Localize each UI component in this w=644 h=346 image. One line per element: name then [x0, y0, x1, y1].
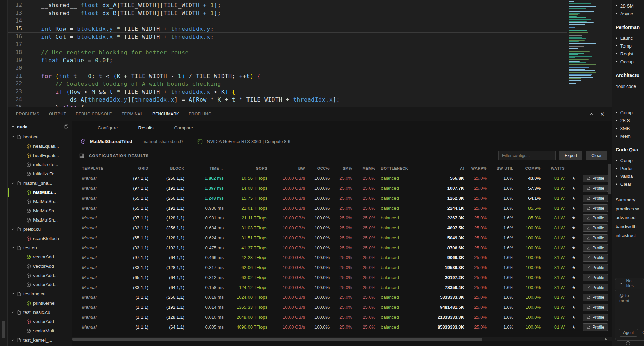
favorite-star[interactable]: ★: [572, 255, 576, 260]
favorite-star[interactable]: ★: [572, 324, 576, 330]
favorite-star[interactable]: ★: [572, 205, 576, 211]
favorite-star[interactable]: ★: [572, 275, 576, 280]
sidebar-root[interactable]: cuda: [8, 121, 72, 132]
clear-button[interactable]: Clear: [586, 151, 607, 160]
tree-item-clipped[interactable]: [8, 345, 72, 346]
strip-scroll-thumb[interactable]: [2, 321, 5, 338]
column-header-sm[interactable]: SM%: [332, 166, 354, 170]
tree-item-scanblelloch[interactable]: scanBlelloch: [8, 234, 72, 243]
profile-button[interactable]: Profile: [583, 244, 608, 252]
tree-item-matmulsh-[interactable]: MatMulSh...: [8, 206, 72, 215]
vertical-scrollbar[interactable]: [608, 164, 611, 194]
panel-tab-benchmark[interactable]: BENCHMARK: [148, 107, 184, 121]
profile-button[interactable]: Profile: [583, 234, 608, 242]
tree-item-heatequati-[interactable]: heatEquati...: [8, 151, 72, 160]
profile-button[interactable]: Profile: [583, 304, 608, 311]
code-line[interactable]: 24 ds_A[threadIdx.y][threadIdx.x] = A[Ro…: [8, 96, 567, 104]
profile-button[interactable]: Profile: [583, 274, 608, 281]
favorite-star[interactable]: ★: [572, 235, 576, 240]
profile-button[interactable]: Profile: [583, 323, 608, 331]
favorite-star[interactable]: ★: [572, 186, 576, 191]
tree-item-vectoradd[interactable]: vectorAdd: [8, 252, 72, 262]
favorite-star[interactable]: ★: [572, 176, 576, 181]
subtab-configure[interactable]: Configure: [89, 121, 127, 135]
column-header-mem[interactable]: MEM%: [354, 166, 377, 170]
tree-item-matmulsh-[interactable]: MatMulSh...: [8, 215, 72, 225]
profile-button[interactable]: Profile: [583, 214, 608, 222]
tree-item-matmulsh-[interactable]: MatMulSh...: [8, 197, 72, 206]
code-line[interactable]: 15 int Row = blockIdx.y * TILE_WIDTH + t…: [8, 25, 567, 33]
column-header-grid[interactable]: GRID: [116, 166, 150, 170]
profile-button[interactable]: Profile: [583, 175, 608, 182]
profile-button[interactable]: Profile: [583, 195, 608, 202]
column-header-template[interactable]: TEMPLATE: [79, 166, 116, 170]
tree-item-test-cu[interactable]: test.cu: [8, 243, 72, 252]
profile-button[interactable]: Profile: [583, 204, 608, 212]
column-header-ai[interactable]: AI: [418, 166, 466, 170]
agent-mode-selector[interactable]: Agent: [619, 329, 638, 337]
chat-input[interactable]: @ to ment Agent Cla: [615, 289, 644, 341]
tree-item-matmuls-[interactable]: MatMulS...: [8, 188, 72, 197]
profile-button[interactable]: Profile: [583, 284, 608, 291]
code-editor[interactable]: 12 __shared__ float ds_A[TILE_WIDTH][TIL…: [8, 0, 612, 107]
export-button[interactable]: Export: [559, 151, 582, 160]
profile-button[interactable]: Profile: [583, 294, 608, 301]
code-line[interactable]: 21 for (int t = 0; t < (K + TILE_WIDTH -…: [8, 72, 567, 80]
close-panel-icon[interactable]: ✕: [600, 111, 604, 117]
panel-tab-terminal[interactable]: TERMINAL: [117, 107, 148, 121]
column-header-gops[interactable]: GOPS: [226, 166, 269, 170]
favorite-star[interactable]: ★: [572, 245, 576, 250]
horizontal-scroll-thumb[interactable]: [72, 338, 482, 341]
editor-layout-icon[interactable]: [64, 124, 69, 129]
chevron-up-icon[interactable]: [589, 111, 594, 116]
tree-item-heat-cu[interactable]: heat.cu: [8, 132, 72, 142]
model-selector[interactable]: Cla: [642, 330, 644, 335]
column-header-warp[interactable]: WARP%: [466, 166, 489, 170]
profile-button[interactable]: Profile: [583, 264, 608, 271]
column-header-block[interactable]: BLOCK: [150, 166, 186, 170]
code-line[interactable]: 25 } else {: [8, 104, 567, 107]
tree-item-matmul_sha-[interactable]: matmul_sha...: [8, 178, 72, 188]
editor-scrollbar-zone[interactable]: [598, 0, 612, 107]
tree-item-printkernel[interactable]: printKernel: [8, 298, 72, 308]
profile-button[interactable]: Profile: [583, 314, 608, 321]
subtab-results[interactable]: Results: [130, 121, 163, 135]
profile-button[interactable]: Profile: [583, 185, 608, 192]
column-header-watts[interactable]: WATTS: [543, 166, 567, 170]
code-line[interactable]: 18 // Use register blocking for better r…: [8, 49, 567, 56]
code-line[interactable]: 22 // Coalesced loading of A with bounds…: [8, 80, 567, 88]
tree-item-testlang-cu[interactable]: testlang.cu: [8, 289, 72, 298]
tree-item-vectoradd[interactable]: vectorAdd: [8, 317, 72, 326]
profile-button[interactable]: Profile: [583, 224, 608, 232]
code-line[interactable]: 16 int Col = blockIdx.x * TILE_WIDTH + t…: [8, 33, 567, 41]
chat-context-bar[interactable]: No files: [615, 278, 644, 289]
tree-item-test_basic-cu[interactable]: test_basic.cu: [8, 308, 72, 317]
tree-item-vectoradd-[interactable]: vectorAdd...: [8, 271, 72, 280]
column-header-time[interactable]: TIME⌄: [186, 166, 226, 170]
favorite-star[interactable]: ★: [572, 215, 576, 221]
code-line[interactable]: 19 float Cvalue = 0.0f;: [8, 56, 567, 64]
panel-tab-output[interactable]: OUTPUT: [44, 107, 71, 121]
favorite-star[interactable]: ★: [572, 295, 576, 300]
tree-item-initializete-[interactable]: initializeTe...: [8, 160, 72, 169]
column-header-bottleneck[interactable]: BOTTLENECK: [377, 166, 418, 170]
minimap[interactable]: [567, 1, 598, 107]
code-line[interactable]: 23 if (Row < M && t * TILE_WIDTH + threa…: [8, 88, 567, 96]
favorite-star[interactable]: ★: [572, 305, 576, 310]
tree-item-initializete-[interactable]: initializeTe...: [8, 169, 72, 178]
tree-item-heatequati-[interactable]: heatEquati...: [8, 142, 72, 151]
favorite-star[interactable]: ★: [572, 315, 576, 320]
favorite-star[interactable]: ★: [572, 285, 576, 290]
column-header-occ[interactable]: OCC%: [307, 166, 332, 170]
code-line[interactable]: 17: [8, 41, 567, 49]
tree-item-prefix-cu[interactable]: prefix.cu: [8, 225, 72, 234]
favorite-star[interactable]: ★: [572, 196, 576, 201]
tree-item-test_kernel_-[interactable]: test_kernel_...: [8, 335, 72, 345]
profile-button[interactable]: Profile: [583, 254, 608, 262]
code-line[interactable]: 14: [8, 17, 567, 25]
panel-tab-problems[interactable]: PROBLEMS: [11, 107, 44, 121]
favorite-star[interactable]: ★: [572, 265, 576, 270]
subtab-compare[interactable]: Compare: [165, 121, 202, 135]
filter-configs-input[interactable]: [498, 151, 556, 160]
tree-item-vectoradd-[interactable]: vectorAdd...: [8, 280, 72, 289]
